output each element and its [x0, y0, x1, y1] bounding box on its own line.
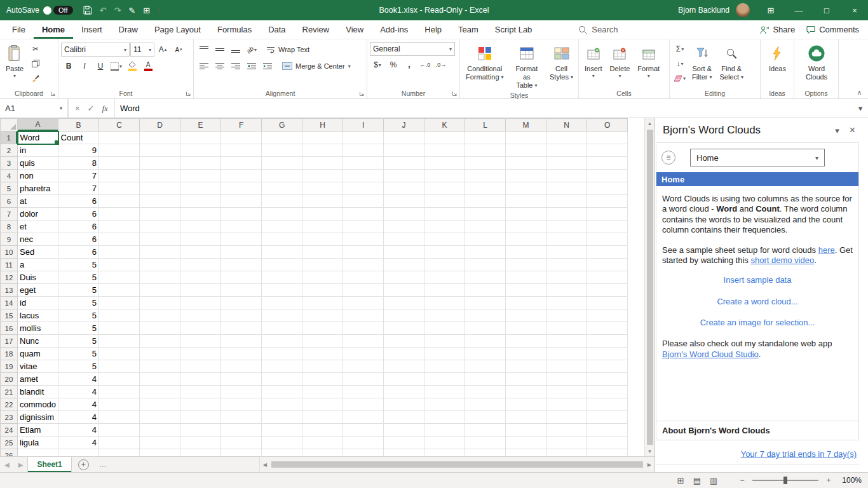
cell-G6[interactable] [262, 195, 302, 208]
cell-I23[interactable] [343, 411, 384, 424]
cell-L24[interactable] [465, 424, 506, 437]
cell-L1[interactable] [465, 132, 506, 144]
cell-C7[interactable] [99, 208, 140, 220]
touch-mode-button[interactable]: ⊞ [143, 6, 150, 15]
cell-C5[interactable] [99, 182, 140, 195]
cell-C12[interactable] [99, 271, 140, 284]
cell-B10[interactable]: 6 [58, 246, 99, 259]
decrease-decimal-button[interactable]: .0→ [433, 58, 449, 72]
cell-I16[interactable] [343, 322, 384, 335]
cell-B22[interactable]: 4 [58, 398, 99, 411]
insert-sample-data-link[interactable]: Insert sample data [724, 275, 792, 285]
cell-D14[interactable] [140, 297, 180, 309]
cell-H14[interactable] [302, 297, 343, 309]
cell-B21[interactable]: 4 [58, 386, 99, 398]
cell-J2[interactable] [384, 144, 424, 157]
cell-N17[interactable] [546, 335, 587, 348]
new-sheet-button[interactable]: + [78, 459, 89, 470]
cell-E5[interactable] [180, 182, 221, 195]
cell-C21[interactable] [99, 386, 140, 398]
format-painter-button[interactable] [28, 71, 43, 85]
cell-L21[interactable] [465, 386, 506, 398]
cell-F25[interactable] [221, 437, 262, 449]
task-pane-options-icon[interactable]: ▾ [830, 126, 844, 135]
cell-H24[interactable] [302, 424, 343, 437]
font-size-combo[interactable]: 11 ▾ [130, 43, 154, 57]
cell-E11[interactable] [180, 259, 221, 271]
cell-L5[interactable] [465, 182, 506, 195]
cell-A13[interactable]: eget [18, 284, 58, 297]
cell-C24[interactable] [99, 424, 140, 437]
column-header-D[interactable]: D [140, 119, 180, 132]
cell-J11[interactable] [384, 259, 424, 271]
cell-E14[interactable] [180, 297, 221, 309]
cell-J20[interactable] [384, 373, 424, 386]
column-header-K[interactable]: K [424, 119, 465, 132]
row-header-3[interactable]: 3 [1, 157, 18, 170]
cell-N12[interactable] [546, 271, 587, 284]
cell-K18[interactable] [424, 348, 465, 360]
cell-M18[interactable] [506, 348, 546, 360]
column-header-G[interactable]: G [262, 119, 302, 132]
cell-N8[interactable] [546, 220, 587, 233]
paste-button[interactable]: Paste ▾ [3, 42, 27, 81]
number-format-combo[interactable]: General ▾ [370, 42, 455, 56]
cell-M5[interactable] [506, 182, 546, 195]
cell-I10[interactable] [343, 246, 384, 259]
cell-K10[interactable] [424, 246, 465, 259]
cell-K3[interactable] [424, 157, 465, 170]
cell-D22[interactable] [140, 398, 180, 411]
cell-E10[interactable] [180, 246, 221, 259]
cell-N15[interactable] [546, 309, 587, 322]
cell-M10[interactable] [506, 246, 546, 259]
cell-L12[interactable] [465, 271, 506, 284]
cell-I20[interactable] [343, 373, 384, 386]
comments-button[interactable]: Comments [806, 25, 859, 34]
ink-button[interactable]: ✎ [128, 6, 135, 15]
cut-button[interactable]: ✂ [28, 42, 43, 56]
cell-H10[interactable] [302, 246, 343, 259]
vertical-scrollbar[interactable]: ▲ ▼ [644, 118, 654, 456]
row-header-2[interactable]: 2 [1, 144, 18, 157]
cell-L10[interactable] [465, 246, 506, 259]
cell-B23[interactable]: 4 [58, 411, 99, 424]
cell-J7[interactable] [384, 208, 424, 220]
cell-O20[interactable] [587, 373, 628, 386]
cell-N10[interactable] [546, 246, 587, 259]
cell-O16[interactable] [587, 322, 628, 335]
cell-A21[interactable]: blandit [18, 386, 58, 398]
cell-F21[interactable] [221, 386, 262, 398]
cell-D2[interactable] [140, 144, 180, 157]
cell-A22[interactable]: commodo [18, 398, 58, 411]
cell-B19[interactable]: 5 [58, 360, 99, 373]
zoom-in-button[interactable]: + [822, 476, 835, 485]
cell-C13[interactable] [99, 284, 140, 297]
cell-I3[interactable] [343, 157, 384, 170]
cell-B1[interactable]: Count [58, 132, 99, 144]
cell-I21[interactable] [343, 386, 384, 398]
cell-I17[interactable] [343, 335, 384, 348]
cell-K12[interactable] [424, 271, 465, 284]
cell-G12[interactable] [262, 271, 302, 284]
cell-C3[interactable] [99, 157, 140, 170]
cell-H19[interactable] [302, 360, 343, 373]
enter-button[interactable]: ✓ [88, 104, 95, 113]
accounting-format-button[interactable]: $▾ [370, 58, 385, 72]
cell-M20[interactable] [506, 373, 546, 386]
demo-video-link[interactable]: short demo video [750, 255, 814, 265]
tab-add-ins[interactable]: Add-ins [372, 20, 416, 39]
cell-A16[interactable]: mollis [18, 322, 58, 335]
share-button[interactable]: Share [760, 25, 795, 34]
undo-button[interactable]: ↶ [100, 6, 107, 15]
cell-J25[interactable] [384, 437, 424, 449]
cell-C2[interactable] [99, 144, 140, 157]
zoom-slider-thumb[interactable] [783, 477, 787, 484]
cell-J5[interactable] [384, 182, 424, 195]
page-break-view-button[interactable]: ▥ [705, 474, 722, 487]
row-header-18[interactable]: 18 [1, 348, 18, 360]
tab-data[interactable]: Data [260, 20, 294, 39]
cell-F1[interactable] [221, 132, 262, 144]
tab-home[interactable]: Home [34, 20, 73, 39]
tab-help[interactable]: Help [416, 20, 450, 39]
copy-button[interactable] [28, 57, 43, 71]
